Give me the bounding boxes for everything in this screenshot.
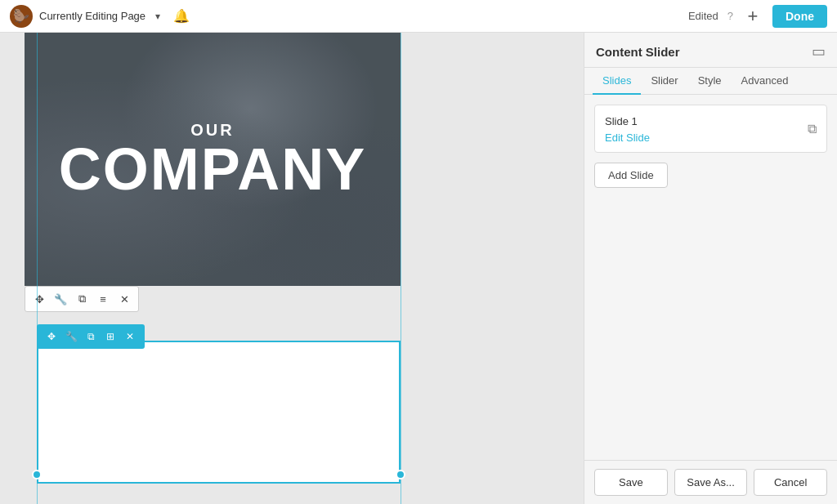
edited-status: Edited	[688, 10, 718, 22]
slider-tabs: Slides Slider Style Advanced	[584, 68, 837, 95]
anchor-dot-left[interactable]	[32, 470, 42, 479]
chevron-down-icon[interactable]: ▾	[155, 11, 160, 22]
add-button[interactable]: +	[740, 3, 766, 29]
blue-wrench-icon[interactable]: 🔧	[61, 327, 81, 346]
tab-style[interactable]: Style	[688, 68, 732, 95]
guide-line-left	[37, 33, 38, 504]
cancel-button[interactable]: Cancel	[754, 469, 827, 496]
help-icon[interactable]: ?	[727, 10, 733, 22]
slide1-name: Slide 1	[605, 115, 638, 127]
guide-line-right	[401, 33, 401, 504]
save-button[interactable]: Save	[594, 469, 668, 496]
tab-advanced[interactable]: Advanced	[732, 68, 799, 95]
panel-footer: Save Save As... Cancel	[584, 460, 837, 504]
slide1-card: Slide 1 Edit Slide ⧉	[594, 105, 827, 153]
blue-move-icon[interactable]: ✥	[42, 327, 61, 346]
tab-slides[interactable]: Slides	[593, 68, 641, 95]
move-icon[interactable]: ✥	[29, 288, 50, 310]
edit-slide-link[interactable]: Edit Slide	[605, 132, 650, 144]
app-logo: 🦫	[10, 5, 33, 28]
editing-label: Currently Editing Page	[39, 10, 145, 22]
canvas-area: OUR COMPANY ✥ 🔧 ⧉ ≡ ✕ ✥ 🔧 ⧉ ⊞ ✕	[0, 33, 584, 504]
close-icon[interactable]: ✕	[114, 288, 135, 310]
main-area: OUR COMPANY ✥ 🔧 ⧉ ≡ ✕ ✥ 🔧 ⧉ ⊞ ✕	[0, 33, 837, 504]
panel-content: Slide 1 Edit Slide ⧉ Add Slide	[584, 95, 837, 460]
bell-icon[interactable]: 🔔	[173, 8, 190, 24]
hero-section: OUR COMPANY	[25, 33, 401, 286]
panel-header: Content Slider ▭	[584, 33, 837, 68]
hero-row-toolbar: ✥ 🔧 ⧉ ≡ ✕	[25, 286, 139, 312]
edit-box[interactable]	[37, 341, 401, 484]
blue-grid-icon[interactable]: ⊞	[101, 327, 120, 346]
add-slide-button[interactable]: Add Slide	[594, 163, 668, 188]
hero-company-text: COMPANY	[59, 140, 367, 198]
done-button[interactable]: Done	[772, 5, 827, 28]
tab-slider[interactable]: Slider	[641, 68, 687, 95]
wrench-icon[interactable]: 🔧	[50, 288, 71, 310]
menu-icon[interactable]: ≡	[92, 288, 114, 310]
copy-slide-icon[interactable]: ⧉	[808, 122, 817, 136]
anchor-dot-right[interactable]	[396, 470, 405, 479]
content-slider-panel: Content Slider ▭ Slides Slider Style Adv…	[584, 33, 837, 504]
slide1-info: Slide 1 Edit Slide	[605, 114, 650, 144]
minimize-button[interactable]: ▭	[812, 42, 826, 60]
blue-close-icon[interactable]: ✕	[120, 327, 140, 346]
save-as-button[interactable]: Save As...	[674, 469, 748, 496]
top-bar: 🦫 Currently Editing Page ▾ 🔔 Edited ? + …	[0, 0, 837, 33]
element-toolbar: ✥ 🔧 ⧉ ⊞ ✕	[37, 324, 145, 349]
blue-duplicate-icon[interactable]: ⧉	[81, 327, 101, 346]
duplicate-icon[interactable]: ⧉	[71, 288, 92, 310]
hero-text: OUR COMPANY	[59, 121, 367, 198]
panel-title: Content Slider	[596, 45, 680, 59]
